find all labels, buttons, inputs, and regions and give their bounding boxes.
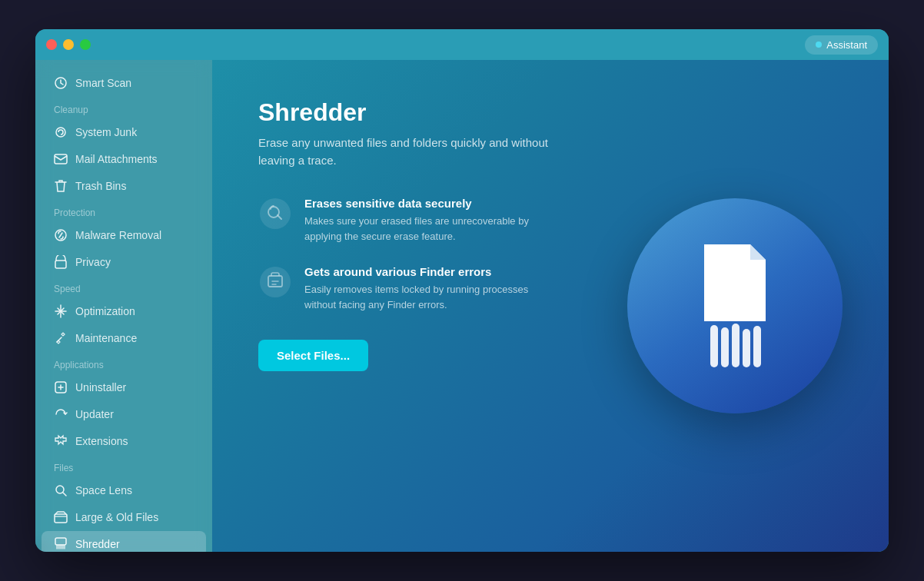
sidebar-label-uninstaller: Uninstaller [75, 381, 126, 393]
shredder-illustration [627, 198, 843, 413]
main-content: Shredder Erase any unwanted files and fo… [212, 60, 889, 552]
sidebar-label-trash-bins: Trash Bins [75, 180, 126, 192]
sidebar-item-privacy[interactable]: Privacy [42, 249, 206, 275]
sidebar-section-speed: Speed [35, 276, 212, 297]
titlebar: Assistant [35, 29, 889, 60]
sidebar-item-space-lens[interactable]: Space Lens [42, 477, 206, 503]
space-lens-icon [54, 483, 68, 497]
minimize-button[interactable] [63, 39, 74, 50]
svg-rect-14 [55, 538, 66, 545]
svg-rect-13 [55, 514, 67, 523]
svg-rect-22 [743, 329, 750, 367]
sidebar-label-updater: Updater [75, 408, 114, 420]
feature-secure-erase: Erases sensitive data securely Makes sur… [258, 197, 550, 244]
feature-finder-errors: Gets around various Finder errors Easily… [258, 265, 550, 312]
maintenance-icon [54, 331, 68, 345]
svg-rect-20 [721, 327, 729, 367]
updater-icon [54, 407, 68, 421]
sidebar-item-large-old-files[interactable]: Large & Old Files [42, 504, 206, 530]
sidebar-item-optimization[interactable]: Optimization [42, 298, 206, 324]
sidebar-label-maintenance: Maintenance [75, 332, 137, 344]
traffic-lights [46, 39, 91, 50]
assistant-label: Assistant [826, 39, 867, 51]
svg-point-17 [260, 267, 291, 297]
sidebar-label-extensions: Extensions [75, 435, 128, 447]
svg-rect-23 [753, 326, 761, 367]
sidebar-section-cleanup: Cleanup [35, 97, 212, 118]
extensions-icon [54, 434, 68, 448]
page-title: Shredder [258, 98, 550, 127]
page-subtitle: Erase any unwanted files and folders qui… [258, 134, 550, 169]
large-old-files-icon [54, 510, 68, 524]
smart-scan-icon [54, 76, 68, 90]
assistant-button[interactable]: Assistant [805, 35, 878, 55]
assistant-status-dot [816, 42, 822, 48]
app-window: Assistant Smart Scan Cleanup [35, 29, 889, 552]
sidebar-item-extensions[interactable]: Extensions [42, 428, 206, 454]
sidebar-label-smart-scan: Smart Scan [75, 77, 131, 89]
sidebar-label-privacy: Privacy [75, 256, 111, 268]
optimization-icon [54, 304, 68, 318]
sidebar-section-files: Files [35, 455, 212, 476]
sidebar-item-mail-attachments[interactable]: Mail Attachments [42, 146, 206, 172]
sidebar-item-smart-scan[interactable]: Smart Scan [42, 70, 206, 96]
svg-point-1 [56, 128, 65, 137]
feature-finder-errors-heading: Gets around various Finder errors [304, 265, 550, 278]
secure-erase-icon [258, 197, 292, 231]
sidebar-item-updater[interactable]: Updater [42, 401, 206, 427]
feature-finder-errors-description: Easily removes items locked by running p… [304, 282, 550, 312]
sidebar-item-uninstaller[interactable]: Uninstaller [42, 374, 206, 400]
svg-point-15 [260, 198, 291, 229]
sidebar-item-shredder[interactable]: Shredder [42, 531, 206, 552]
shredder-sidebar-icon [54, 537, 68, 551]
select-files-button[interactable]: Select Files... [258, 340, 368, 371]
privacy-icon [54, 255, 68, 269]
sidebar-label-shredder: Shredder [75, 538, 120, 550]
sidebar-label-system-junk: System Junk [75, 126, 137, 138]
shredder-circle [627, 198, 843, 413]
sidebar-item-malware-removal[interactable]: Malware Removal [42, 222, 206, 248]
sidebar-section-applications: Applications [35, 352, 212, 374]
svg-rect-19 [710, 325, 718, 367]
svg-rect-4 [55, 261, 66, 268]
sidebar-label-malware-removal: Malware Removal [75, 229, 161, 241]
svg-line-12 [63, 493, 66, 496]
fullscreen-button[interactable] [80, 39, 91, 50]
sidebar-section-protection: Protection [35, 200, 212, 221]
sidebar-item-maintenance[interactable]: Maintenance [42, 325, 206, 351]
feature-secure-erase-heading: Erases sensitive data securely [304, 197, 550, 210]
sidebar-item-system-junk[interactable]: System Junk [42, 119, 206, 145]
sidebar-label-mail-attachments: Mail Attachments [75, 153, 158, 165]
content-area: Shredder Erase any unwanted files and fo… [258, 98, 550, 371]
app-body: Smart Scan Cleanup System Junk [35, 60, 889, 552]
sidebar-label-large-old-files: Large & Old Files [75, 511, 158, 523]
uninstaller-icon [54, 380, 68, 394]
svg-rect-21 [732, 324, 740, 367]
system-junk-icon [54, 125, 68, 139]
feature-secure-erase-text: Erases sensitive data securely Makes sur… [304, 197, 550, 244]
svg-rect-2 [55, 154, 67, 164]
malware-icon [54, 228, 68, 242]
sidebar-label-optimization: Optimization [75, 305, 135, 317]
sidebar: Smart Scan Cleanup System Junk [35, 60, 212, 552]
mail-icon [54, 152, 68, 166]
feature-secure-erase-description: Makes sure your erased files are unrecov… [304, 214, 550, 244]
sidebar-item-trash-bins[interactable]: Trash Bins [42, 173, 206, 199]
feature-finder-errors-text: Gets around various Finder errors Easily… [304, 265, 550, 312]
sidebar-label-space-lens: Space Lens [75, 484, 132, 496]
finder-errors-icon [258, 265, 292, 299]
trash-icon [54, 179, 68, 193]
close-button[interactable] [46, 39, 57, 50]
